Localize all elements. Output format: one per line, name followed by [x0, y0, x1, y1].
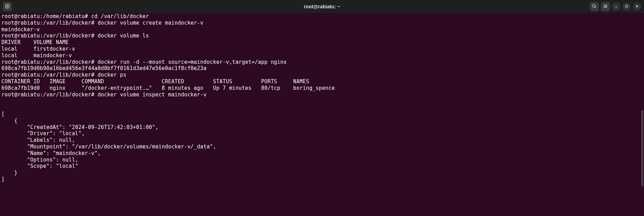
terminal-line: "Driver": "local", [1, 130, 643, 137]
scrollbar[interactable] [641, 13, 644, 216]
terminal-line [1, 104, 643, 111]
titlebar-right [590, 2, 641, 11]
maximize-icon [625, 4, 629, 9]
terminal-line: root@rabiatu:/var/lib/docker# docker run… [1, 59, 643, 66]
terminal-line: local firstdocker-v [1, 46, 643, 52]
terminal-line: root@rabiatu:/var/lib/docker# docker ps [1, 72, 643, 78]
terminal-line: { [1, 118, 643, 124]
terminal-line: root@rabiatu:/var/lib/docker# docker vol… [1, 20, 643, 26]
terminal-line: 698ca7fb19d0b90a16bed456e3f44a0d0bf7f016… [1, 65, 643, 72]
minimize-button[interactable] [612, 2, 620, 11]
terminal-line: "Scope": "local" [1, 163, 643, 170]
terminal-line: } [1, 170, 643, 176]
terminal-output[interactable]: root@rabiatu:/home/rabiatu# cd /var/lib/… [0, 13, 644, 184]
terminal-line: "Labels": null, [1, 137, 643, 144]
terminal-line [1, 98, 643, 104]
svg-rect-0 [6, 5, 9, 8]
terminal-line: root@rabiatu:/home/rabiatu# cd /var/lib/… [1, 13, 643, 20]
maximize-button[interactable] [622, 2, 631, 11]
close-button[interactable] [633, 2, 641, 11]
terminal-line: ] [1, 176, 643, 183]
window-title: root@rabiatu: ~ [304, 4, 340, 9]
terminal-line: root@rabiatu:/var/lib/docker# docker vol… [1, 92, 643, 98]
new-tab-button[interactable] [3, 2, 12, 11]
terminal-line: "Mountpoint": "/var/lib/docker/volumes/m… [1, 144, 643, 150]
search-button[interactable] [590, 2, 599, 11]
menu-button[interactable] [601, 2, 610, 11]
svg-point-1 [593, 5, 595, 7]
terminal-line: maindocker-v [1, 26, 643, 33]
terminal-line: CONTAINER ID IMAGE COMMAND CREATED STATU… [1, 78, 643, 85]
terminal-line: DRIVER VOLUME NAME [1, 39, 643, 46]
terminal-line: "Name": "maindocker-v", [1, 150, 643, 157]
titlebar-left [3, 2, 12, 11]
terminal-line: root@rabiatu:/var/lib/docker# docker vol… [1, 33, 643, 39]
terminal-line: "Options": null, [1, 157, 643, 163]
terminal-line: 698ca7fb19d0 nginx "/docker-entrypoint.…… [1, 85, 643, 92]
svg-rect-2 [626, 5, 628, 7]
minimize-icon [614, 4, 618, 9]
terminal-line: [ [1, 111, 643, 118]
scroll-thumb[interactable] [641, 110, 643, 187]
titlebar: root@rabiatu: ~ [0, 0, 644, 13]
terminal-line: local maindocker-v [1, 52, 643, 59]
hamburger-icon [603, 4, 608, 10]
terminal-line: "CreatedAt": "2024-09-26T17:42:03+01:00"… [1, 124, 643, 131]
close-icon [635, 4, 639, 9]
new-tab-icon [5, 4, 10, 10]
search-icon [592, 4, 597, 10]
